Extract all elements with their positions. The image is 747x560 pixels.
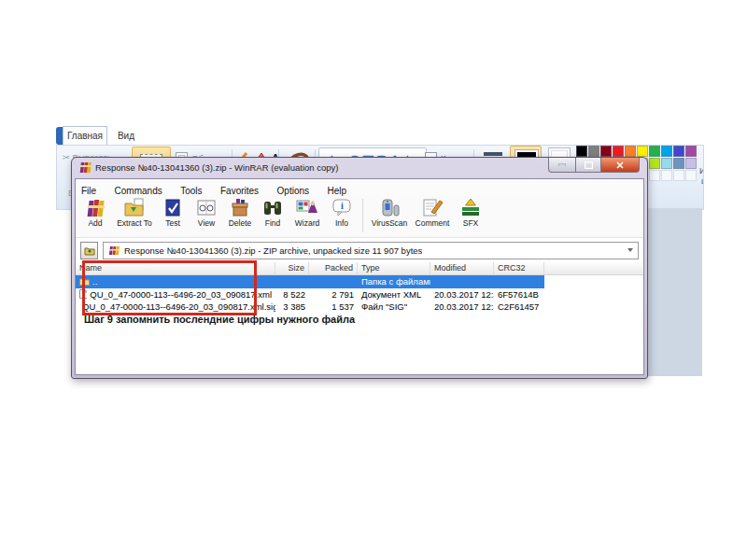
palette-swatch[interactable] — [649, 146, 660, 157]
info-label: Info — [335, 218, 348, 228]
slide: Главная Вид ✂ Вырезать Буфер обмена Обре… — [0, 0, 747, 560]
close-button[interactable] — [600, 158, 640, 173]
extract-to-label: Extract To — [117, 218, 152, 228]
info-button[interactable]: i Info — [326, 197, 358, 228]
info-icon: i — [330, 198, 354, 218]
sfx-icon — [458, 198, 483, 218]
winrar-titlebar[interactable]: Response №40-13041360 (3).zip - WinRAR (… — [72, 158, 647, 178]
column-type[interactable]: Type — [358, 262, 430, 274]
palette-swatch[interactable] — [625, 146, 636, 157]
comment-icon — [420, 198, 444, 218]
sfx-button[interactable]: SFX — [454, 197, 487, 228]
test-icon — [161, 198, 185, 218]
palette-swatch-empty[interactable] — [649, 170, 660, 181]
virusscan-label: VirusScan — [372, 218, 408, 228]
archive-path-combo[interactable]: Response №40-13041360 (3).zip - ZIP arch… — [103, 242, 639, 259]
tab-view[interactable]: Вид — [109, 127, 143, 145]
winrar-toolbar: Add Extract To Test — [76, 196, 643, 238]
add-button[interactable]: Add — [78, 197, 113, 228]
menu-favorites[interactable]: Favorites — [220, 186, 259, 196]
archive-icon — [108, 245, 120, 256]
palette-swatch[interactable] — [673, 146, 684, 157]
paint-menu-button-edge[interactable] — [56, 127, 63, 145]
palette-swatch[interactable] — [588, 146, 599, 157]
column-modified[interactable]: Modified — [430, 262, 494, 274]
virusscan-icon — [377, 198, 402, 218]
up-one-level-button[interactable] — [80, 242, 98, 259]
toolbar-separator — [362, 199, 363, 232]
window-title: Response №40-13041360 (3).zip - WinRAR (… — [95, 162, 339, 173]
svg-text:i: i — [341, 201, 344, 211]
maximize-button[interactable] — [576, 158, 600, 173]
column-size[interactable]: Size — [275, 262, 309, 274]
wizard-label: Wizard — [295, 218, 319, 228]
find-button[interactable]: Find — [257, 197, 289, 228]
archive-path-text: Response №40-13041360 (3).zip - ZIP arch… — [124, 245, 422, 256]
column-crc32[interactable]: CRC32 — [494, 262, 544, 274]
minimize-button[interactable] — [548, 158, 576, 173]
delete-button[interactable]: Delete — [223, 197, 257, 228]
palette-swatch[interactable] — [685, 146, 697, 157]
menu-tools[interactable]: Tools — [180, 186, 202, 196]
column-packed[interactable]: Packed — [309, 262, 358, 274]
palette-row-1 — [576, 146, 704, 157]
menu-options[interactable]: Options — [277, 186, 309, 196]
menubar: File Commands Tools Favorites Options He… — [76, 179, 643, 196]
palette-swatch[interactable] — [661, 146, 672, 157]
test-button[interactable]: Test — [156, 197, 190, 228]
virusscan-button[interactable]: VirusScan — [368, 197, 411, 228]
extract-to-button[interactable]: Extract To — [113, 197, 156, 228]
palette-swatch[interactable] — [673, 158, 684, 169]
menu-commands[interactable]: Commands — [115, 186, 162, 196]
test-label: Test — [165, 218, 180, 228]
comment-button[interactable]: Comment — [411, 197, 454, 228]
palette-swatch[interactable] — [637, 146, 648, 157]
add-label: Add — [88, 218, 102, 228]
add-icon — [83, 198, 107, 218]
palette-swatch-empty[interactable] — [673, 170, 684, 181]
view-label: View — [198, 218, 215, 228]
step-instruction-text: Шаг 9 запомнить послендние цифры нужного… — [84, 314, 355, 325]
view-icon — [194, 198, 218, 218]
palette-swatch-empty[interactable] — [661, 170, 672, 181]
wizard-icon — [295, 198, 319, 218]
wizard-button[interactable]: Wizard — [289, 197, 326, 228]
red-highlight-box — [82, 260, 257, 315]
menu-file[interactable]: File — [81, 186, 96, 196]
menu-help[interactable]: Help — [327, 186, 346, 196]
palette-swatch[interactable] — [576, 146, 587, 157]
palette-swatch-empty[interactable] — [685, 170, 697, 181]
address-bar: Response №40-13041360 (3).zip - ZIP arch… — [76, 238, 643, 262]
sfx-label: SFX — [463, 218, 479, 228]
window-controls — [548, 158, 640, 173]
folder-up-icon — [84, 245, 95, 256]
palette-swatch[interactable] — [613, 146, 624, 157]
comment-label: Comment — [416, 218, 450, 228]
palette-swatch[interactable] — [649, 158, 660, 169]
extract-to-icon — [122, 198, 147, 218]
edit-colors-label-partial: ц — [701, 176, 704, 186]
palette-swatch[interactable] — [600, 146, 612, 157]
view-button[interactable]: View — [190, 197, 223, 228]
palette-swatch[interactable] — [661, 158, 672, 169]
scissors-icon: ✂ — [63, 152, 70, 162]
combo-dropdown-icon[interactable] — [627, 248, 633, 252]
palette-swatch[interactable] — [685, 158, 697, 169]
delete-icon — [228, 198, 252, 218]
find-label: Find — [265, 218, 281, 228]
delete-label: Delete — [229, 218, 252, 228]
edit-colors-label-partial: Изм — [699, 166, 704, 175]
winrar-app-icon — [78, 161, 92, 174]
find-icon — [261, 198, 285, 218]
tab-home[interactable]: Главная — [63, 126, 107, 146]
